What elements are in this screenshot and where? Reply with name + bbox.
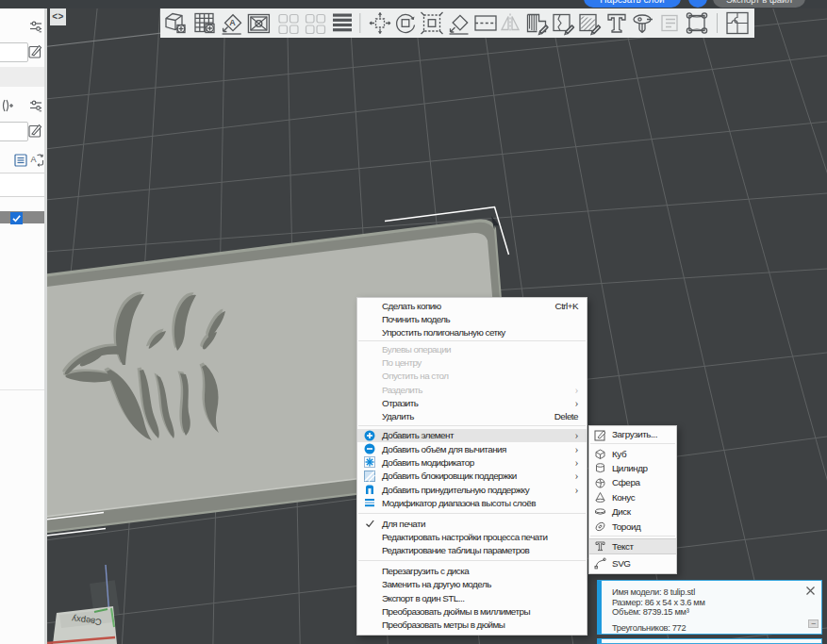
svg-text:A: A [31, 155, 37, 164]
svg-text:A: A [229, 18, 236, 27]
